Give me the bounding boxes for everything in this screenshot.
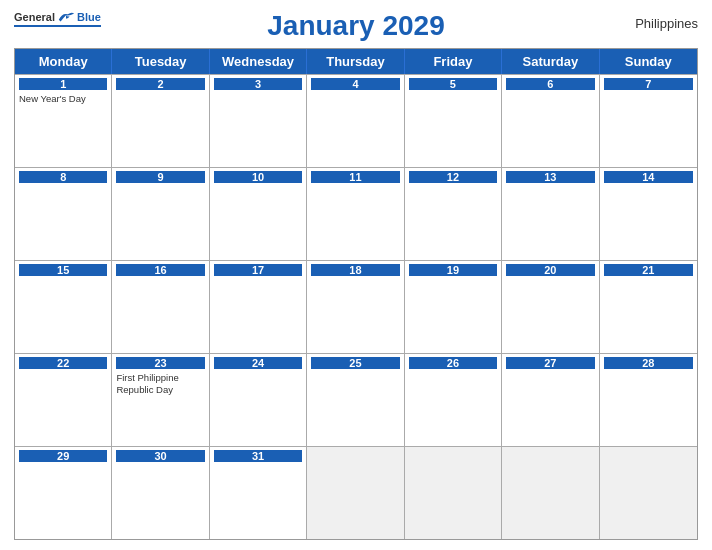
- week-row-5: 29 30 31: [15, 446, 697, 539]
- weekday-wednesday: Wednesday: [210, 49, 307, 74]
- day-number: 5: [409, 78, 497, 90]
- day-cell-6: 6: [502, 75, 599, 167]
- day-cell-16: 16: [112, 261, 209, 353]
- day-cell-19: 19: [405, 261, 502, 353]
- day-number: 28: [604, 357, 693, 369]
- day-cell-9: 9: [112, 168, 209, 260]
- holiday-name: New Year's Day: [19, 93, 107, 105]
- day-cell-empty-3: [502, 447, 599, 539]
- day-cell-23: 23 First Philippine Republic Day: [112, 354, 209, 446]
- day-number: 23: [116, 357, 204, 369]
- day-cell-empty-1: [307, 447, 404, 539]
- day-cell-24: 24: [210, 354, 307, 446]
- day-number: 15: [19, 264, 107, 276]
- weekday-tuesday: Tuesday: [112, 49, 209, 74]
- day-number: 22: [19, 357, 107, 369]
- day-cell-8: 8: [15, 168, 112, 260]
- day-number: 27: [506, 357, 594, 369]
- weekday-thursday: Thursday: [307, 49, 404, 74]
- day-cell-31: 31: [210, 447, 307, 539]
- calendar-title: January 2029: [267, 10, 444, 42]
- day-number: 21: [604, 264, 693, 276]
- day-number: 30: [116, 450, 204, 462]
- day-cell-27: 27: [502, 354, 599, 446]
- day-headers: Monday Tuesday Wednesday Thursday Friday…: [15, 49, 697, 74]
- day-cell-13: 13: [502, 168, 599, 260]
- logo-area: General Blue: [14, 10, 101, 27]
- day-number: 14: [604, 171, 693, 183]
- day-number: 29: [19, 450, 107, 462]
- day-cell-1: 1 New Year's Day: [15, 75, 112, 167]
- day-number: 16: [116, 264, 204, 276]
- day-number: 7: [604, 78, 693, 90]
- day-number: 1: [19, 78, 107, 90]
- day-cell-18: 18: [307, 261, 404, 353]
- day-number: 8: [19, 171, 107, 183]
- day-cell-28: 28: [600, 354, 697, 446]
- day-cell-empty-2: [405, 447, 502, 539]
- logo-bird-icon: [57, 10, 75, 24]
- day-cell-29: 29: [15, 447, 112, 539]
- day-number: 9: [116, 171, 204, 183]
- day-cell-11: 11: [307, 168, 404, 260]
- calendar-header: General Blue January 2029 Philippines: [14, 10, 698, 42]
- day-number: 3: [214, 78, 302, 90]
- weekday-saturday: Saturday: [502, 49, 599, 74]
- week-row-2: 8 9 10 11 12 13 14: [15, 167, 697, 260]
- logo-blue: Blue: [77, 11, 101, 23]
- day-number: 31: [214, 450, 302, 462]
- weeks-container: 1 New Year's Day 2 3 4 5 6: [15, 74, 697, 539]
- day-number: 11: [311, 171, 399, 183]
- day-cell-2: 2: [112, 75, 209, 167]
- weekday-monday: Monday: [15, 49, 112, 74]
- day-number: 13: [506, 171, 594, 183]
- day-cell-5: 5: [405, 75, 502, 167]
- day-cell-14: 14: [600, 168, 697, 260]
- day-number: 12: [409, 171, 497, 183]
- holiday-name: First Philippine Republic Day: [116, 372, 204, 397]
- country-label: Philippines: [635, 16, 698, 31]
- day-cell-7: 7: [600, 75, 697, 167]
- week-row-4: 22 23 First Philippine Republic Day 24 2…: [15, 353, 697, 446]
- day-cell-22: 22: [15, 354, 112, 446]
- day-number: 18: [311, 264, 399, 276]
- day-cell-21: 21: [600, 261, 697, 353]
- calendar-grid: Monday Tuesday Wednesday Thursday Friday…: [14, 48, 698, 540]
- day-number: 26: [409, 357, 497, 369]
- day-cell-15: 15: [15, 261, 112, 353]
- day-number: 2: [116, 78, 204, 90]
- day-number: 17: [214, 264, 302, 276]
- week-row-3: 15 16 17 18 19 20 21: [15, 260, 697, 353]
- day-number: 6: [506, 78, 594, 90]
- day-cell-17: 17: [210, 261, 307, 353]
- day-number: 20: [506, 264, 594, 276]
- logo-text: General Blue: [14, 10, 101, 24]
- day-number: 25: [311, 357, 399, 369]
- day-cell-4: 4: [307, 75, 404, 167]
- logo-general: General: [14, 11, 55, 23]
- day-number: 19: [409, 264, 497, 276]
- day-cell-30: 30: [112, 447, 209, 539]
- calendar-container: General Blue January 2029 Philippines Mo…: [0, 0, 712, 550]
- day-cell-12: 12: [405, 168, 502, 260]
- day-cell-empty-4: [600, 447, 697, 539]
- day-number: 24: [214, 357, 302, 369]
- day-cell-25: 25: [307, 354, 404, 446]
- week-row-1: 1 New Year's Day 2 3 4 5 6: [15, 74, 697, 167]
- day-cell-26: 26: [405, 354, 502, 446]
- day-number: 10: [214, 171, 302, 183]
- day-cell-3: 3: [210, 75, 307, 167]
- day-cell-10: 10: [210, 168, 307, 260]
- day-cell-20: 20: [502, 261, 599, 353]
- weekday-friday: Friday: [405, 49, 502, 74]
- weekday-sunday: Sunday: [600, 49, 697, 74]
- logo-underline: [14, 25, 101, 27]
- day-number: 4: [311, 78, 399, 90]
